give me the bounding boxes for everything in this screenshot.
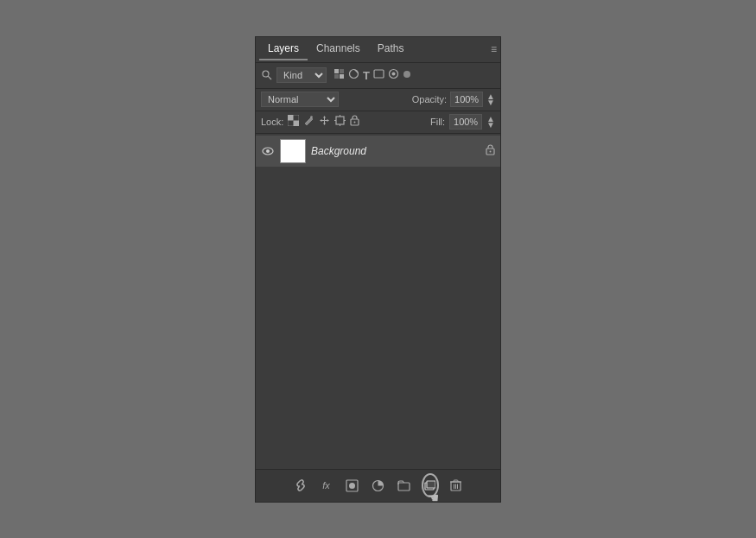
- group-layers-button[interactable]: [396, 477, 413, 494]
- svg-point-10: [403, 71, 410, 78]
- pixel-filter-icon[interactable]: [334, 68, 345, 82]
- fill-label: Fill:: [430, 117, 445, 127]
- svg-point-27: [490, 150, 492, 152]
- link-layers-button[interactable]: [292, 477, 309, 494]
- svg-rect-7: [374, 70, 384, 78]
- lock-image-icon[interactable]: [303, 115, 314, 129]
- lock-all-icon[interactable]: [350, 115, 359, 129]
- svg-point-29: [349, 483, 355, 489]
- svg-rect-5: [340, 74, 344, 79]
- filter-row: Kind T: [256, 63, 500, 89]
- group-icon: [397, 479, 410, 492]
- layer-item[interactable]: Background: [256, 136, 500, 167]
- new-fill-button[interactable]: [370, 477, 387, 494]
- adjustment-icon-svg: [348, 68, 359, 79]
- pixel-icon-svg: [334, 68, 345, 79]
- hand-cursor-icon: ☚: [427, 490, 439, 506]
- lock-position-icon[interactable]: [319, 115, 330, 129]
- lock-label: Lock:: [261, 117, 283, 127]
- delete-layer-button[interactable]: [448, 477, 465, 494]
- fill-arrows[interactable]: ▲▼: [486, 116, 495, 128]
- trash-icon: [450, 479, 461, 492]
- svg-rect-12: [294, 121, 300, 127]
- bottom-toolbar: fx: [256, 469, 500, 502]
- eye-icon: [262, 147, 274, 155]
- lock-row: Lock:: [256, 111, 500, 134]
- layers-panel: Layers Channels Paths ≡ Kind: [255, 36, 501, 503]
- tab-layers[interactable]: Layers: [259, 38, 308, 60]
- filter-type-icons: T: [334, 68, 411, 82]
- opacity-label: Opacity:: [412, 94, 447, 104]
- text-filter-icon[interactable]: T: [363, 69, 370, 82]
- svg-point-25: [266, 149, 270, 153]
- dot-icon-svg: [403, 70, 411, 79]
- brush-svg: [303, 115, 314, 126]
- move-svg: [319, 115, 330, 126]
- add-style-button[interactable]: fx: [318, 477, 335, 494]
- smart-icon-svg: [388, 68, 399, 79]
- opacity-arrows[interactable]: ▲▼: [486, 93, 495, 105]
- padlock-svg: [350, 115, 359, 126]
- panel-menu-icon[interactable]: ≡: [491, 43, 497, 55]
- artboard-svg: [334, 115, 346, 126]
- dot-filter-icon[interactable]: [403, 69, 411, 81]
- shape-icon-svg: [373, 68, 384, 79]
- layers-list: Background: [256, 134, 500, 469]
- mask-icon: [346, 479, 359, 492]
- shape-filter-icon[interactable]: [373, 68, 384, 82]
- tab-channels[interactable]: Channels: [308, 38, 369, 60]
- svg-rect-11: [288, 115, 294, 121]
- svg-rect-4: [334, 74, 339, 79]
- kind-filter-select[interactable]: Kind: [276, 67, 327, 83]
- blend-row: Normal Opacity: 100% ▲▼: [256, 89, 500, 111]
- layer-visibility-toggle[interactable]: [261, 144, 275, 158]
- svg-rect-2: [334, 69, 339, 73]
- add-mask-button[interactable]: [344, 477, 361, 494]
- layer-thumbnail: [280, 139, 306, 163]
- svg-rect-17: [336, 117, 344, 124]
- layer-padlock-svg: [486, 144, 495, 155]
- svg-rect-3: [340, 69, 344, 73]
- lock-transparent-icon[interactable]: [288, 115, 299, 129]
- svg-rect-31: [398, 483, 410, 491]
- fill-value[interactable]: 100%: [449, 114, 482, 130]
- link-icon: [294, 478, 308, 492]
- svg-point-23: [354, 122, 356, 123]
- svg-point-9: [391, 73, 395, 76]
- panel-tabs: Layers Channels Paths ≡: [256, 37, 500, 63]
- search-svg: [261, 69, 273, 81]
- tab-paths[interactable]: Paths: [369, 38, 413, 60]
- lock-artboard-icon[interactable]: [334, 115, 346, 129]
- new-layer-button[interactable]: ☚: [422, 477, 439, 494]
- checkerboard-svg: [288, 115, 299, 126]
- svg-point-0: [263, 71, 269, 77]
- lock-icons: [288, 115, 359, 129]
- opacity-value[interactable]: 100%: [450, 92, 483, 107]
- new-layer-icon: [424, 480, 435, 491]
- svg-line-1: [268, 76, 271, 79]
- search-icon: [261, 69, 273, 81]
- svg-rect-33: [427, 481, 435, 488]
- layer-lock-icon: [486, 144, 495, 158]
- fill-icon: [372, 479, 384, 492]
- layer-name: Background: [311, 145, 480, 157]
- adjustment-filter-icon[interactable]: [348, 68, 359, 82]
- blend-mode-select[interactable]: Normal: [261, 92, 339, 107]
- smart-filter-icon[interactable]: [388, 68, 399, 82]
- svg-point-14: [310, 116, 313, 118]
